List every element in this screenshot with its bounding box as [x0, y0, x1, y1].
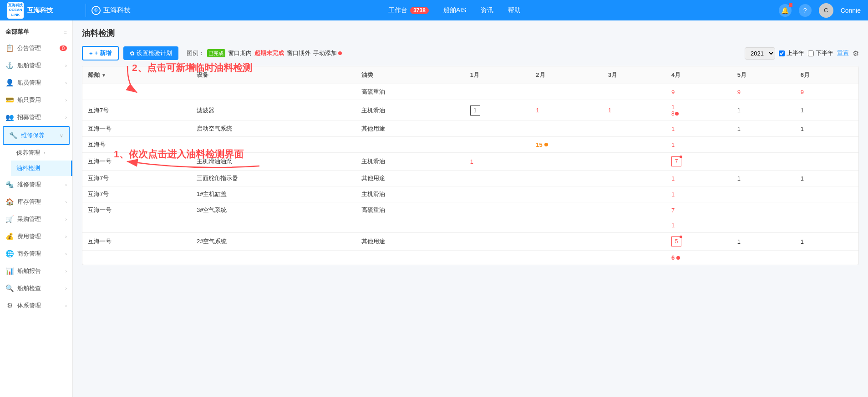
arrow-icon: ›	[65, 115, 67, 120]
cell-m3	[603, 202, 666, 218]
arrow-icon: ›	[65, 182, 67, 187]
sidebar-item-label: 船舶管理	[17, 61, 61, 70]
help-icon[interactable]: ?	[799, 4, 812, 17]
cell-m4: 7	[666, 202, 732, 218]
cell-m4: 1	[666, 186, 732, 202]
sidebar-item-recruit[interactable]: 👥 招募管理 ›	[0, 109, 72, 126]
year-select[interactable]: 2021 2020 2022	[745, 47, 775, 60]
settings-plan-button[interactable]: ✿ 设置检验计划	[123, 46, 178, 60]
cell-device	[191, 137, 356, 153]
cell-m6: 1	[795, 233, 858, 251]
legend-overdue: 超期未完成	[254, 49, 284, 57]
sidebar-item-vessel-cost[interactable]: 💳 船只费用 ›	[0, 91, 72, 109]
table-row: 互海7号 滤波器 主机滑油 1 1 1 1 8	[82, 100, 858, 121]
toolbar-right: 2021 2020 2022 上半年 下半年 重置 ⚙	[745, 47, 859, 60]
cell-oil: 主机滑油	[356, 186, 465, 202]
nav-center: 工作台 3738 船舶AIS 资讯 帮助	[131, 6, 779, 15]
first-half-checkbox[interactable]: 上半年	[779, 49, 804, 57]
sidebar-item-oil-check[interactable]: 油料检测	[11, 161, 72, 176]
sidebar-item-label: 公告管理	[17, 44, 56, 52]
avatar[interactable]: C	[819, 3, 833, 18]
sidebar-item-label: 油料检测	[16, 164, 40, 172]
cell-m3	[603, 186, 666, 202]
sidebar-item-announcement[interactable]: 📋 公告管理 0	[0, 40, 72, 57]
second-half-input[interactable]	[808, 50, 814, 56]
sidebar-item-system[interactable]: ⚙ 体系管理 ›	[0, 297, 72, 314]
cell-box-dot: 7	[671, 156, 681, 166]
cell-ship: 互海一号	[82, 153, 191, 171]
table-row: 互海一号 启动空气系统 其他用途 1 1 1	[82, 121, 858, 137]
sidebar-item-report[interactable]: 📊 船舶报告 ›	[0, 262, 72, 280]
nav-workbench[interactable]: 工作台 3738	[388, 6, 429, 15]
arrow-icon: ›	[65, 199, 67, 205]
nav-ais[interactable]: 船舶AIS	[443, 6, 467, 15]
cell-oil: 高硫重油	[356, 202, 465, 218]
arrow-icon: ›	[65, 234, 67, 239]
arrow-icon: ›	[65, 80, 67, 85]
layout: 全部菜单 ≡ 📋 公告管理 0 ⚓ 船舶管理 › 👤 船员管理 › 💳 船只费用…	[0, 20, 868, 397]
col-m4: 4月	[666, 66, 732, 84]
settings-plan-icon: ✿	[130, 50, 135, 57]
add-icon: +	[89, 50, 93, 57]
table-row: 互海一号 2#空气系统 其他用途 5 1 1	[82, 233, 858, 251]
top-nav: 互海科技OCEANLINK 互海科技 © 互海科技 工作台 3738 船舶AIS…	[0, 0, 868, 20]
cell-m5	[732, 153, 795, 171]
main-content: 油料检测 + + 新增 ✿ 设置检验计划 图例： 已完成 窗口期内 超期未完成	[73, 20, 868, 397]
cell-m3	[603, 233, 666, 251]
nav-news[interactable]: 资讯	[481, 6, 493, 15]
report-icon: 📊	[5, 267, 14, 275]
sidebar-item-crew[interactable]: 👤 船员管理 ›	[0, 74, 72, 91]
filter-icon: ▼	[102, 73, 106, 78]
nav-help[interactable]: 帮助	[508, 6, 521, 15]
cell-m1	[465, 121, 531, 137]
sidebar-item-inspection[interactable]: 🔍 船舶检查 ›	[0, 280, 72, 297]
cell-m4: 1	[666, 218, 732, 233]
oil-check-table: 船舶 ▼ 设备 油类 1月 2月 3月 4月 5月 6月	[82, 66, 858, 265]
page-title: 油料检测	[82, 28, 859, 39]
sidebar-item-inventory[interactable]: 🏠 库存管理 ›	[0, 193, 72, 211]
sidebar-item-cost[interactable]: 💰 费用管理 ›	[0, 228, 72, 245]
cell-device: 滤波器	[191, 100, 356, 121]
arrow-icon: ›	[65, 251, 67, 256]
reset-link[interactable]: 重置	[837, 49, 849, 57]
sidebar-item-label: 体系管理	[17, 302, 61, 310]
sidebar-item-repair-mgmt[interactable]: 🔩 维修管理 ›	[0, 176, 72, 193]
cell-oil	[356, 137, 465, 153]
sidebar-sub-maintenance: 保养管理 › 油料检测	[0, 145, 72, 176]
divider	[86, 4, 86, 17]
sidebar-collapse[interactable]: ≡	[63, 29, 67, 35]
cell-ship	[82, 251, 191, 265]
sidebar-item-purchase[interactable]: 🛒 采购管理 ›	[0, 211, 72, 228]
sidebar-item-label: 招募管理	[17, 113, 61, 121]
cell-ship: 互海7号	[82, 171, 191, 186]
cell-m5	[732, 137, 795, 153]
cell-m3	[603, 171, 666, 186]
cell-m4: 9	[666, 84, 732, 100]
sidebar-item-vessel[interactable]: ⚓ 船舶管理 ›	[0, 57, 72, 74]
settings-icon[interactable]: ⚙	[853, 49, 859, 58]
cell-m2	[530, 121, 603, 137]
cell-oil: 主机滑油	[356, 153, 465, 171]
cell-m2	[530, 171, 603, 186]
maintenance-icon: 🔧	[9, 131, 17, 140]
cell-m6	[795, 137, 858, 153]
notification-icon[interactable]: 🔔	[779, 4, 792, 17]
cell-box: 1	[470, 106, 480, 116]
cell-m3	[603, 153, 666, 171]
sidebar-item-maintenance[interactable]: 🔧 维修保养 ∨	[4, 127, 69, 144]
cell-ship: 互海一号	[82, 202, 191, 218]
ship-filter[interactable]: 船舶 ▼	[88, 71, 186, 79]
cell-m6: 1	[795, 100, 858, 121]
col-m1: 1月	[465, 66, 531, 84]
sidebar-item-label: 船只费用	[17, 96, 61, 104]
second-half-checkbox[interactable]: 下半年	[808, 49, 833, 57]
settings-plan-label: 设置检验计划	[137, 49, 172, 57]
cell-m1	[465, 186, 531, 202]
first-half-input[interactable]	[779, 50, 785, 56]
cell-ship: 互海一号	[82, 121, 191, 137]
cell-device	[191, 251, 356, 265]
sidebar-item-repair[interactable]: 保养管理 ›	[11, 145, 72, 161]
cell-m5	[732, 251, 795, 265]
add-button[interactable]: + + 新增	[82, 46, 119, 60]
sidebar-item-business[interactable]: 🌐 商务管理 ›	[0, 245, 72, 262]
